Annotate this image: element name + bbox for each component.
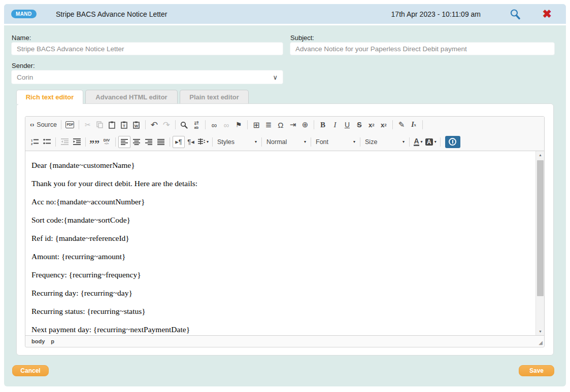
- undo-icon[interactable]: ↶: [148, 119, 160, 131]
- div-container-button[interactable]: DIV</>: [100, 136, 113, 148]
- resize-handle-icon[interactable]: ◢: [539, 340, 543, 345]
- token-circle-icon: [449, 138, 456, 146]
- page-break-icon[interactable]: ⇥: [287, 119, 299, 131]
- paste-from-word-icon[interactable]: W: [130, 119, 143, 131]
- background-color-button[interactable]: A▾: [424, 136, 438, 148]
- link-icon[interactable]: ∞: [208, 119, 220, 131]
- rich-text-panel: ‹›Source PDF ✂ T W ↶ ↷ ⇄ab ∞ ∞ ⚑: [16, 103, 554, 355]
- window-header: MAND Stripe BACS Advance Notice Letter 1…: [4, 4, 566, 25]
- paste-as-text-icon[interactable]: T: [118, 119, 130, 131]
- letter-editor-window: MAND Stripe BACS Advance Notice Letter 1…: [4, 4, 566, 386]
- align-left-icon[interactable]: [118, 136, 130, 148]
- tab-plain-text-editor[interactable]: Plain text editor: [180, 90, 249, 104]
- copy-formatting-icon[interactable]: ✎: [395, 119, 408, 131]
- text-color-button[interactable]: A▾: [412, 136, 424, 148]
- editor-paragraph: Dear {mandate~customerName}: [31, 161, 529, 170]
- language-icon[interactable]: ▾: [197, 136, 210, 148]
- styles-dropdown[interactable]: Styles▾: [215, 138, 259, 146]
- editor-scrollbar[interactable]: ▲ ▼: [535, 151, 544, 335]
- anchor-flag-icon[interactable]: ⚑: [232, 119, 245, 131]
- dropdown-caret-icon: ▾: [403, 139, 405, 144]
- dropdown-caret-icon: ▾: [207, 139, 209, 144]
- increase-indent-icon[interactable]: [71, 136, 83, 148]
- bold-button[interactable]: B: [317, 119, 329, 131]
- name-label: Name:: [12, 34, 31, 42]
- superscript-button[interactable]: x2: [378, 119, 390, 131]
- horizontal-rule-icon[interactable]: ≣: [262, 119, 275, 131]
- save-button[interactable]: Save: [519, 365, 554, 376]
- underline-button[interactable]: U: [341, 119, 353, 131]
- cancel-button[interactable]: Cancel: [12, 365, 49, 376]
- decrease-indent-icon[interactable]: [58, 136, 71, 148]
- editor-tabs: Rich text editor Advanced HTML editor Pl…: [16, 90, 249, 104]
- svg-text:T: T: [123, 124, 125, 128]
- align-center-icon[interactable]: [130, 136, 143, 148]
- chevron-down-icon: ∨: [273, 74, 278, 81]
- cut-icon[interactable]: ✂: [82, 119, 94, 131]
- editor-paragraph: Thank you for your direct debit. Here ar…: [31, 179, 529, 188]
- sender-label: Sender:: [12, 62, 35, 69]
- rich-text-editor: ‹›Source PDF ✂ T W ↶ ↷ ⇄ab ∞ ∞ ⚑: [25, 116, 545, 347]
- element-path-p[interactable]: p: [51, 338, 54, 344]
- unlink-icon[interactable]: ∞: [220, 119, 232, 131]
- paste-icon[interactable]: [106, 119, 118, 131]
- element-path-body[interactable]: body: [31, 338, 45, 344]
- editor-toolbar-row2: 12 ”” DIV</> ▸¶ ¶◂ ▾ Styles▾: [25, 133, 544, 151]
- export-pdf-button[interactable]: PDF: [64, 119, 76, 131]
- editor-paragraph: Next payment day: {recurring~nextPayment…: [31, 325, 529, 334]
- subscript-button[interactable]: x2: [365, 119, 378, 131]
- name-input[interactable]: [11, 42, 283, 55]
- editor-toolbar-row1: ‹›Source PDF ✂ T W ↶ ↷ ⇄ab ∞ ∞ ⚑: [25, 117, 544, 133]
- special-character-icon[interactable]: Ω: [275, 119, 287, 131]
- paragraph-format-dropdown[interactable]: Normal▾: [264, 138, 308, 146]
- replace-icon[interactable]: ⇄ab: [190, 119, 203, 131]
- find-icon[interactable]: [178, 119, 190, 131]
- dropdown-caret-icon: ▾: [255, 139, 257, 144]
- dropdown-caret-icon: ▾: [304, 139, 306, 144]
- svg-text:W: W: [135, 124, 139, 128]
- editor-status-bar: body p ◢: [25, 335, 544, 346]
- iframe-globe-icon[interactable]: ⊕: [299, 119, 311, 131]
- align-right-icon[interactable]: [143, 136, 155, 148]
- search-icon[interactable]: [509, 8, 521, 20]
- redo-icon[interactable]: ↷: [160, 119, 173, 131]
- source-icon: ‹›: [30, 121, 34, 128]
- editor-paragraph: Acc no:{mandate~accountNumber}: [31, 197, 529, 206]
- editor-paragraph: Sort code:{mandate~sortCode}: [31, 216, 529, 225]
- editor-paragraph: Frequency: {recurring~frequency}: [31, 270, 529, 279]
- window-title: Stripe BACS Advance Notice Letter: [56, 10, 167, 18]
- dropdown-caret-icon: ▾: [434, 139, 437, 144]
- scroll-down-icon[interactable]: ▼: [536, 328, 544, 335]
- copy-icon[interactable]: [94, 119, 106, 131]
- text-direction-rtl-icon[interactable]: ¶◂: [185, 136, 197, 148]
- editor-document: Dear {mandate~customerName} Thank you fo…: [25, 151, 535, 335]
- tab-advanced-html-editor[interactable]: Advanced HTML editor: [85, 90, 178, 104]
- scroll-up-icon[interactable]: ▲: [536, 151, 544, 159]
- font-dropdown[interactable]: Font▾: [314, 138, 357, 146]
- text-direction-ltr-icon[interactable]: ▸¶: [173, 136, 185, 148]
- italic-button[interactable]: I: [329, 119, 341, 131]
- align-justify-icon[interactable]: [155, 136, 167, 148]
- merge-token-button[interactable]: [445, 136, 460, 148]
- strikethrough-button[interactable]: S: [353, 119, 365, 131]
- editor-paragraph: Recurring day: {recurring~day}: [31, 289, 529, 298]
- size-dropdown[interactable]: Size▾: [363, 138, 407, 146]
- editor-paragraph: Amount: {recurring~amount}: [31, 252, 529, 261]
- numbered-list-icon[interactable]: 12: [28, 136, 41, 148]
- blockquote-icon[interactable]: ””: [88, 136, 100, 148]
- svg-text:1: 1: [31, 139, 33, 142]
- remove-format-button[interactable]: Ix: [408, 119, 420, 131]
- bulleted-list-icon[interactable]: [41, 136, 53, 148]
- tab-rich-text-editor[interactable]: Rich text editor: [16, 90, 83, 104]
- insert-table-icon[interactable]: ⊞: [250, 119, 262, 131]
- close-icon[interactable]: ✖: [543, 9, 552, 20]
- editor-paragraph: Recurring status: {recurring~status}: [31, 307, 529, 316]
- source-button[interactable]: ‹›Source: [28, 119, 58, 131]
- subject-input[interactable]: [290, 42, 555, 55]
- editor-content-area[interactable]: Dear {mandate~customerName} Thank you fo…: [25, 151, 544, 335]
- sender-select[interactable]: Corin ∨: [11, 70, 283, 84]
- scrollbar-thumb[interactable]: [537, 160, 544, 296]
- mandate-badge: MAND: [11, 10, 37, 18]
- svg-text:2: 2: [31, 142, 33, 146]
- editor-paragraph: Ref id: {mandate~referenceId}: [31, 234, 529, 243]
